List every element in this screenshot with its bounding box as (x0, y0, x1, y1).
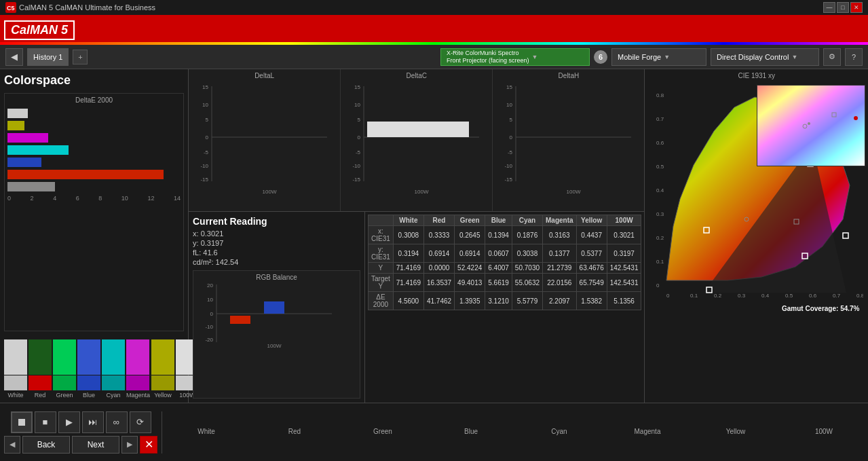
nav-right-button[interactable]: ▶ (121, 436, 138, 454)
svg-text:-15: -15 (505, 177, 513, 183)
stop-button[interactable]: ■ (35, 411, 56, 433)
svg-text:0.6: 0.6 (656, 140, 664, 146)
reading-cdm2: cd/m²: 142.54 (193, 258, 360, 266)
bottom-swatch-white-label: White (197, 428, 215, 435)
svg-text:5: 5 (510, 117, 513, 123)
bottom-swatch-green: Green (339, 426, 427, 438)
app-logo: CalMAN 5 (4, 20, 75, 40)
bottom-swatch-white: White (162, 426, 250, 438)
svg-text:10: 10 (207, 297, 213, 303)
swatch-green-actual (53, 339, 76, 375)
bar-red (7, 170, 164, 179)
bottom-swatch-blue: Blue (427, 426, 515, 438)
bar-100w (7, 182, 55, 191)
bar-cyan (7, 145, 69, 155)
svg-text:15: 15 (354, 84, 360, 90)
svg-rect-71 (832, 113, 836, 117)
device-selector[interactable]: X-Rite ColorMunki SpectroFront Projector… (440, 48, 590, 66)
swatch-red: Red (29, 339, 52, 399)
close-x-button[interactable]: ✕ (140, 436, 157, 454)
data-table-area: White Red Green Blue Cyan Magenta Yellow… (365, 212, 644, 403)
nav-left-button[interactable]: ◀ (4, 436, 20, 454)
add-tab-button[interactable]: + (73, 50, 88, 64)
help-button[interactable]: ? (845, 48, 863, 66)
swatch-blue-target (77, 375, 100, 390)
rgb-balance-title: RGB Balance (196, 274, 357, 281)
svg-text:0.4: 0.4 (656, 187, 664, 193)
svg-text:0.1: 0.1 (656, 259, 664, 265)
close-button[interactable]: ✕ (850, 2, 863, 13)
svg-text:0.7: 0.7 (833, 293, 841, 299)
minimize-button[interactable]: — (823, 2, 835, 13)
back-arrow-button[interactable]: ◀ (5, 48, 23, 66)
content-main: Colorspace DeltaE 2000 (0, 69, 868, 403)
reading-title: Current Reading (193, 216, 360, 227)
svg-text:0.4: 0.4 (761, 293, 770, 299)
direct-display-selector[interactable]: Direct Display Control ▼ (711, 48, 819, 66)
svg-text:0.3: 0.3 (656, 211, 664, 217)
swatch-yellow-target (151, 375, 174, 390)
history-tab[interactable]: History 1 (27, 48, 69, 66)
svg-text:-15: -15 (200, 177, 208, 183)
delta-l-svg: 15 10 5 0 -5 -10 -15 100W (191, 79, 337, 195)
bottom-swatch-blue-label: Blue (464, 428, 478, 435)
svg-text:-5: -5 (508, 149, 513, 155)
delta-c-title: DeltaC (343, 72, 489, 79)
loop-icon: ∞ (113, 417, 119, 427)
bottom-swatch-100w: 100W (780, 426, 868, 438)
swatch-yellow: Yellow (151, 339, 174, 399)
delta-h-chart: DeltaH 15 10 5 0 -5 -10 -15 100W (493, 69, 644, 211)
svg-text:-15: -15 (353, 177, 361, 183)
svg-text:0.3: 0.3 (738, 293, 746, 299)
svg-text:5: 5 (206, 117, 209, 123)
bottom-swatch-red-label: Red (288, 428, 301, 435)
svg-rect-14 (367, 122, 469, 137)
loop-button[interactable]: ∞ (106, 411, 128, 433)
mobile-forge-selector[interactable]: Mobile Forge ▼ (611, 48, 706, 66)
step-forward-button[interactable]: ⏭ (82, 411, 104, 433)
td-xcie31-red: 0.3333 (423, 226, 454, 244)
back-button[interactable]: Back (22, 436, 70, 454)
refresh-button[interactable]: ⟳ (130, 411, 151, 433)
table-row: Target Y 71.4169 16.3537 49.4013 5.6619 … (369, 274, 641, 292)
reading-fl: fL: 41.6 (193, 248, 360, 257)
maximize-button[interactable]: □ (837, 2, 849, 13)
settings-button[interactable]: ⚙ (823, 48, 841, 66)
device-dropdown-arrow: ▼ (532, 54, 538, 60)
bottom-swatch-magenta-label: Magenta (635, 428, 661, 435)
window-controls: — □ ✕ (823, 2, 863, 13)
svg-text:0.6: 0.6 (809, 293, 817, 299)
svg-text:100W: 100W (263, 189, 277, 195)
rainbow-bar (0, 42, 868, 45)
bottom-swatch-100w-label: 100W (815, 428, 833, 435)
play-icon: ▶ (66, 417, 73, 427)
td-xcie31-yellow: 0.4437 (576, 226, 607, 244)
cie-title: CIE 1931 xy (645, 69, 868, 82)
svg-text:15: 15 (506, 84, 512, 90)
record-button[interactable] (11, 411, 33, 433)
cie-chart: 0.8 0.7 0.6 0.5 0.4 0.3 0.2 0.1 0 0 0.1 … (645, 82, 868, 403)
reading-y: y: 0.3197 (193, 239, 360, 247)
swatch-magenta: Magenta (126, 339, 150, 399)
swatch-blue-label: Blue (77, 392, 100, 399)
swatch-cyan-label: Cyan (102, 392, 125, 399)
next-button[interactable]: Next (72, 436, 119, 454)
titlebar: C5 CalMAN 5 CalMAN Ultimate for Business… (0, 0, 868, 15)
td-xcie31-100w: 0.3021 (607, 226, 641, 244)
td-xcie31-white: 0.3008 (393, 226, 423, 244)
th-green: Green (455, 215, 485, 226)
play-button[interactable]: ▶ (58, 411, 80, 433)
section-title: Colorspace (4, 73, 184, 88)
svg-text:0: 0 (656, 282, 660, 289)
playback-controls: ■ ▶ ⏭ ∞ ⟳ (11, 411, 151, 433)
svg-text:0: 0 (358, 134, 361, 141)
swatch-red-actual (29, 339, 52, 375)
delta-c-chart: DeltaC 15 10 5 0 -5 -10 -15 100W (341, 69, 493, 211)
svg-text:-5: -5 (356, 149, 361, 155)
svg-text:100W: 100W (567, 189, 581, 195)
swatch-magenta-actual (126, 339, 149, 375)
svg-text:-10: -10 (205, 324, 213, 330)
svg-text:20: 20 (207, 282, 213, 289)
bar-magenta (7, 133, 48, 143)
td-targetY-label: Target Y (369, 274, 394, 292)
